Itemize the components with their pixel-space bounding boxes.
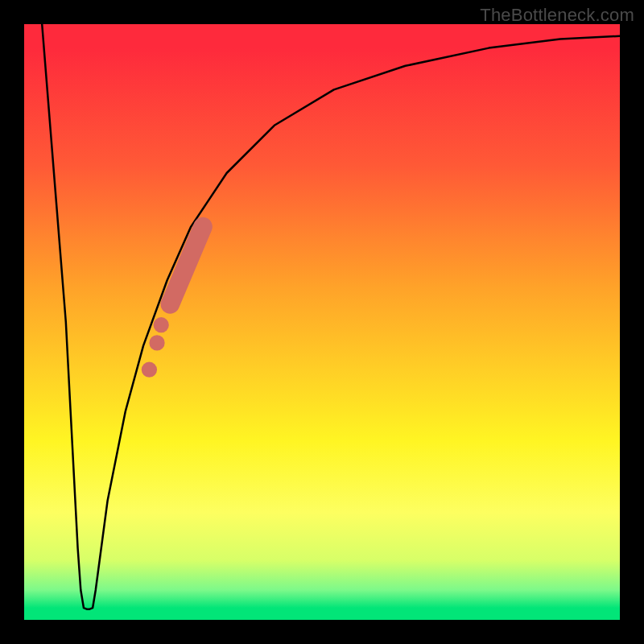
marker-dot: [149, 335, 164, 350]
plot-area: [24, 24, 620, 620]
bottleneck-curve: [42, 24, 620, 609]
chart-frame: TheBottleneck.com: [0, 0, 644, 644]
watermark-text: TheBottleneck.com: [480, 5, 634, 26]
marker-dot: [154, 317, 169, 332]
bottleneck-curve-chart: [24, 24, 620, 620]
marker-dot: [142, 362, 157, 378]
